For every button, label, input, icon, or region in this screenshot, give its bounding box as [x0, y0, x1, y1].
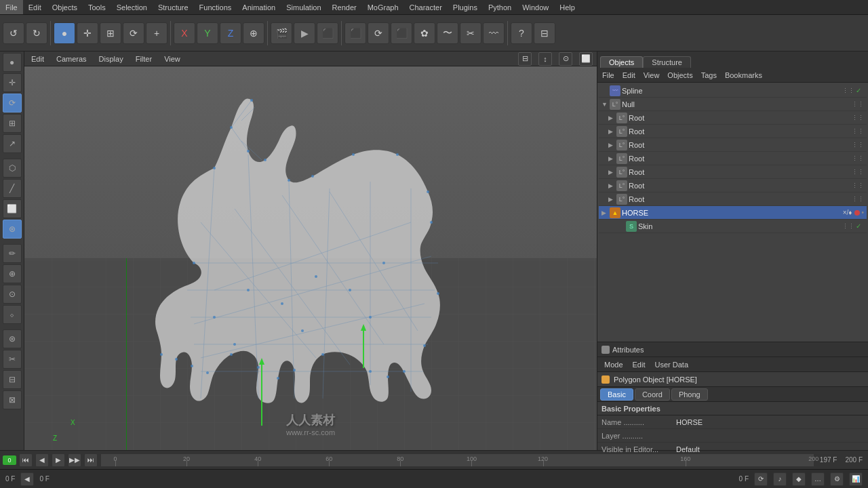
- timeline-end-btn[interactable]: ⏭: [84, 453, 98, 467]
- menu-python[interactable]: Python: [483, 0, 517, 14]
- redo-button[interactable]: ↻: [26, 22, 47, 44]
- menu-structure[interactable]: Structure: [153, 0, 194, 14]
- list-item[interactable]: ▼ L° Null ⋮⋮: [599, 98, 867, 111]
- render-preview-button[interactable]: ▶: [294, 22, 315, 44]
- primitive-cube-button[interactable]: ⬛: [391, 22, 412, 44]
- basic-tab-basic[interactable]: Basic: [600, 388, 633, 401]
- timeline-ruler[interactable]: 0 20 40 60 80 100 120 160 200: [100, 453, 814, 467]
- left-edges-btn[interactable]: ╱: [3, 179, 22, 198]
- menu-help[interactable]: Help: [554, 0, 580, 14]
- list-item[interactable]: ▶ L° Root ⋮⋮: [599, 138, 867, 152]
- menu-animation[interactable]: Animation: [237, 0, 281, 14]
- basic-tab-phong[interactable]: Phong: [671, 388, 708, 401]
- left-live-sel-btn[interactable]: ⊕: [3, 264, 22, 283]
- undo-button[interactable]: ↺: [3, 22, 24, 44]
- status-settings-btn[interactable]: ⚙: [830, 472, 844, 486]
- menu-edit[interactable]: Edit: [23, 0, 47, 14]
- left-arrow-btn[interactable]: ↗: [3, 134, 22, 153]
- help-button[interactable]: ?: [511, 22, 532, 44]
- status-play-btn[interactable]: ◀: [20, 472, 34, 486]
- attr-userdata-btn[interactable]: User Data: [652, 360, 692, 369]
- left-polys-btn[interactable]: ⬜: [3, 199, 22, 218]
- left-bridge-btn[interactable]: ⊠: [3, 390, 22, 409]
- knife-button[interactable]: ✂: [460, 22, 481, 44]
- obj-toolbar-objects[interactable]: Objects: [665, 70, 694, 80]
- add-tool-button[interactable]: +: [146, 22, 167, 44]
- status-key-btn[interactable]: ◆: [792, 472, 806, 486]
- viewport-menu-cameras[interactable]: Cameras: [54, 54, 90, 64]
- list-item[interactable]: ▶ L° Root ⋮⋮: [599, 192, 867, 206]
- timeline-next-btn[interactable]: ▶▶: [68, 453, 81, 467]
- obj-toolbar-edit[interactable]: Edit: [620, 70, 637, 80]
- list-item[interactable]: 〰 Spline ⋮⋮ ✓: [599, 84, 867, 98]
- layout-button[interactable]: ⊟: [534, 22, 555, 44]
- left-loop-sel-btn[interactable]: ⊙: [3, 285, 22, 304]
- viewport-menu-filter[interactable]: Filter: [133, 54, 155, 64]
- menu-character[interactable]: Character: [404, 0, 448, 14]
- deformer-button[interactable]: 〜: [437, 22, 458, 44]
- left-poly-pen-btn[interactable]: ✏: [3, 244, 22, 263]
- status-performance-btn[interactable]: 📊: [849, 472, 863, 486]
- left-magnet-btn[interactable]: ⊛: [3, 329, 22, 348]
- z-axis-button[interactable]: Z: [220, 22, 241, 44]
- spline-button[interactable]: 〰: [483, 22, 505, 44]
- move-tool-button[interactable]: ✛: [77, 22, 98, 44]
- left-select-btn[interactable]: ●: [3, 53, 22, 72]
- menu-window[interactable]: Window: [517, 0, 554, 14]
- basic-tab-coord[interactable]: Coord: [635, 388, 670, 401]
- tab-objects[interactable]: Objects: [600, 56, 643, 68]
- viewport-shading-button[interactable]: ⬛: [344, 22, 366, 44]
- left-move-btn[interactable]: ✛: [3, 73, 22, 92]
- left-extrude-btn[interactable]: ⊟: [3, 370, 22, 389]
- left-points-btn[interactable]: ⬡: [3, 159, 22, 178]
- world-button[interactable]: ⊕: [243, 22, 264, 44]
- list-item[interactable]: ▶ L° Root ⋮⋮: [599, 125, 867, 138]
- viewport-menu-edit[interactable]: Edit: [28, 54, 47, 64]
- attr-edit-btn[interactable]: Edit: [630, 360, 648, 369]
- timeline-play-btn[interactable]: ▶: [52, 453, 65, 467]
- viewport[interactable]: Edit Cameras Display Filter View ⊟ ↕ ⊙ ⬜…: [24, 52, 597, 450]
- menu-render[interactable]: Render: [327, 0, 362, 14]
- select-tool-button[interactable]: ●: [54, 22, 75, 44]
- viewport-maximize-btn[interactable]: ⬜: [579, 52, 593, 66]
- menu-tools[interactable]: Tools: [83, 0, 111, 14]
- left-knife-btn[interactable]: ✂: [3, 350, 22, 369]
- menu-file[interactable]: File: [0, 0, 23, 14]
- timeline-start-marker[interactable]: 0: [3, 455, 16, 465]
- tab-structure[interactable]: Structure: [643, 56, 691, 68]
- viewport-ctrl-3[interactable]: ⊙: [559, 52, 572, 66]
- menu-simulation[interactable]: Simulation: [281, 0, 326, 14]
- list-item[interactable]: ▶ L° Root ⋮⋮: [599, 152, 867, 165]
- obj-toolbar-file[interactable]: File: [600, 70, 616, 80]
- nurbs-button[interactable]: ✿: [414, 22, 435, 44]
- menu-objects[interactable]: Objects: [47, 0, 83, 14]
- menu-plugins[interactable]: Plugins: [448, 0, 483, 14]
- x-axis-button[interactable]: X: [174, 22, 195, 44]
- list-item[interactable]: ▶ L° Root ⋮⋮: [599, 179, 867, 192]
- status-audio-btn[interactable]: ♪: [773, 472, 787, 486]
- status-more-btn[interactable]: …: [811, 472, 825, 486]
- obj-toolbar-bookmarks[interactable]: Bookmarks: [723, 70, 764, 80]
- scale-tool-button[interactable]: ⊞: [100, 22, 121, 44]
- left-object-btn[interactable]: ⊛: [3, 220, 22, 239]
- left-poly-sel-btn[interactable]: ⬦: [3, 305, 22, 324]
- loop-subdivide-button[interactable]: ⟳: [368, 22, 389, 44]
- left-scale-btn[interactable]: ⊞: [3, 114, 22, 133]
- list-item[interactable]: ▶ L° Root ⋮⋮: [599, 111, 867, 125]
- render-region-button[interactable]: 🎬: [271, 22, 292, 44]
- rotate-tool-button[interactable]: ⟳: [123, 22, 144, 44]
- viewport-menu-view[interactable]: View: [161, 54, 183, 64]
- menu-mograph[interactable]: MoGraph: [362, 0, 404, 14]
- list-item[interactable]: ▶ L° Root ⋮⋮: [599, 165, 867, 179]
- render-active-button[interactable]: ⬛: [317, 22, 338, 44]
- timeline-prev-btn[interactable]: ◀: [35, 453, 49, 467]
- timeline-start-btn[interactable]: ⏮: [19, 453, 33, 467]
- viewport-ctrl-2[interactable]: ↕: [538, 52, 552, 66]
- obj-toolbar-tags[interactable]: Tags: [699, 70, 719, 80]
- attr-mode-btn[interactable]: Mode: [601, 360, 626, 369]
- viewport-canvas[interactable]: Perspective: [24, 66, 597, 450]
- menu-functions[interactable]: Functions: [194, 0, 237, 14]
- left-rotate-btn[interactable]: ⟳: [3, 94, 22, 113]
- y-axis-button[interactable]: Y: [197, 22, 218, 44]
- skin-list-item[interactable]: S Skin ⋮⋮ ✓: [599, 220, 867, 233]
